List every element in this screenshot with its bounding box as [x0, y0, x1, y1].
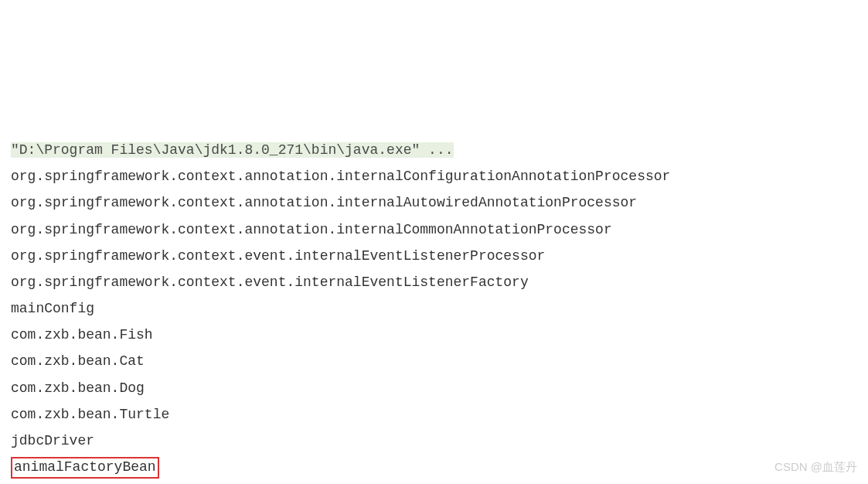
highlighted-bean: animalFactoryBean [11, 457, 159, 478]
output-line: com.zxb.bean.Dog [11, 375, 857, 401]
output-line: org.springframework.context.annotation.i… [11, 189, 857, 216]
output-line: org.springframework.context.annotation.i… [11, 216, 857, 243]
output-line: com.zxb.bean.Cat [11, 348, 857, 374]
output-line: com.zxb.bean.Fish [11, 322, 857, 348]
console-output: "D:\Program Files\Java\jdk1.8.0_271\bin\… [11, 111, 857, 484]
output-line: org.springframework.context.annotation.i… [11, 163, 857, 189]
watermark: CSDN @血莲丹 [774, 456, 857, 479]
output-line: pet [11, 480, 857, 484]
output-line: org.springframework.context.event.intern… [11, 243, 857, 269]
output-line-highlighted-wrapper: animalFactoryBean [11, 454, 857, 480]
output-line: mainConfig [11, 295, 857, 322]
output-line: jdbcDriver [11, 428, 857, 454]
output-line: com.zxb.bean.Turtle [11, 401, 857, 428]
output-line: org.springframework.context.event.intern… [11, 269, 857, 295]
command-line: "D:\Program Files\Java\jdk1.8.0_271\bin\… [11, 142, 454, 158]
